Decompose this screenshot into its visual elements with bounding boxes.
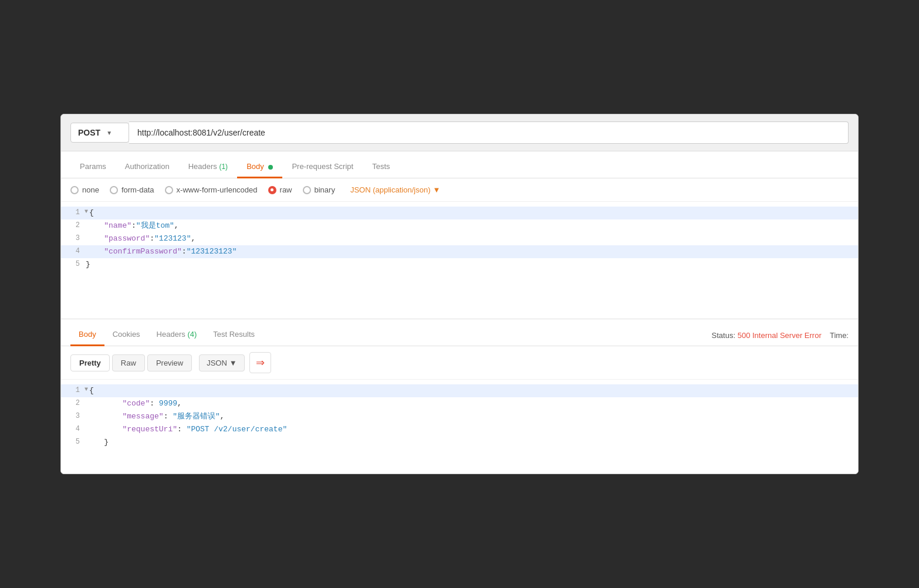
- response-tab-body[interactable]: Body: [70, 324, 104, 346]
- radio-circle-binary: [303, 186, 311, 194]
- json-format-chevron: ▼: [229, 359, 237, 367]
- radio-formdata[interactable]: form-data: [110, 185, 154, 194]
- radio-circle-none: [70, 186, 79, 194]
- url-input[interactable]: [129, 121, 849, 144]
- radio-binary[interactable]: binary: [303, 185, 335, 194]
- json-type-chevron: ▼: [433, 185, 440, 194]
- pretty-button[interactable]: Pretty: [70, 354, 110, 371]
- postman-window: POST ▼ Params Authorization Headers (1) …: [60, 114, 859, 474]
- headers-badge: (1): [219, 163, 228, 171]
- status-code: 500 Internal Server Error: [738, 331, 822, 340]
- request-line-1: 1 ▼ {: [61, 207, 858, 219]
- body-dot: [268, 165, 273, 170]
- radio-circle-formdata: [110, 186, 118, 194]
- url-bar: POST ▼: [61, 114, 858, 151]
- response-toolbar: Pretty Raw Preview JSON ▼ ⇒: [61, 346, 858, 380]
- method-label: POST: [78, 128, 100, 137]
- response-line-3: 3 "message": "服务器错误",: [61, 410, 858, 423]
- response-tabs: Body Cookies Headers (4) Test Results St…: [61, 319, 858, 346]
- json-type-select[interactable]: JSON (application/json) ▼: [350, 185, 440, 194]
- response-line-2: 2 "code": 9999,: [61, 397, 858, 410]
- response-tab-testresults[interactable]: Test Results: [205, 324, 263, 346]
- method-dropdown[interactable]: POST ▼: [70, 123, 129, 143]
- radio-raw[interactable]: raw: [268, 185, 292, 194]
- radio-circle-urlencoded: [165, 186, 173, 194]
- response-headers-badge: (4): [187, 330, 197, 339]
- method-chevron: ▼: [106, 130, 112, 136]
- response-line-4: 4 "requestUri": "POST /v2/user/create": [61, 423, 858, 436]
- request-code-editor[interactable]: 1 ▼ { 2 "name":"我是tom", 3 "password":"12…: [61, 202, 858, 319]
- response-body: 1 ▼ { 2 "code": 9999, 3 "message": "服务器错…: [61, 380, 858, 474]
- request-tabs: Params Authorization Headers (1) Body Pr…: [61, 151, 858, 178]
- response-tab-cookies[interactable]: Cookies: [104, 324, 148, 346]
- response-line-1: 1 ▼ {: [61, 384, 858, 397]
- request-line-3: 3 "password":"123123",: [61, 232, 858, 245]
- tab-prerequest[interactable]: Pre-request Script: [282, 156, 363, 178]
- response-section: Body Cookies Headers (4) Test Results St…: [61, 319, 858, 474]
- radio-urlencoded[interactable]: x-www-form-urlencoded: [165, 185, 258, 194]
- response-tab-headers[interactable]: Headers (4): [148, 324, 205, 346]
- radio-circle-raw: [268, 186, 276, 194]
- request-line-5: 5 }: [61, 258, 858, 271]
- wrap-button[interactable]: ⇒: [249, 352, 271, 373]
- json-format-select[interactable]: JSON ▼: [199, 354, 245, 371]
- tab-headers[interactable]: Headers (1): [179, 156, 237, 178]
- body-options: none form-data x-www-form-urlencoded raw…: [61, 178, 858, 202]
- tab-authorization[interactable]: Authorization: [116, 156, 179, 178]
- request-line-4: 4 "confirmPassword":"123123123": [61, 245, 858, 258]
- raw-button[interactable]: Raw: [112, 354, 145, 371]
- tab-tests[interactable]: Tests: [363, 156, 399, 178]
- response-line-5: 5 }: [61, 436, 858, 449]
- status-info: Status: 500 Internal Server Error Time:: [712, 331, 849, 346]
- request-line-2: 2 "name":"我是tom",: [61, 219, 858, 232]
- tab-body[interactable]: Body: [237, 156, 282, 178]
- preview-button[interactable]: Preview: [147, 354, 192, 371]
- tab-params[interactable]: Params: [70, 156, 116, 178]
- radio-none[interactable]: none: [70, 185, 99, 194]
